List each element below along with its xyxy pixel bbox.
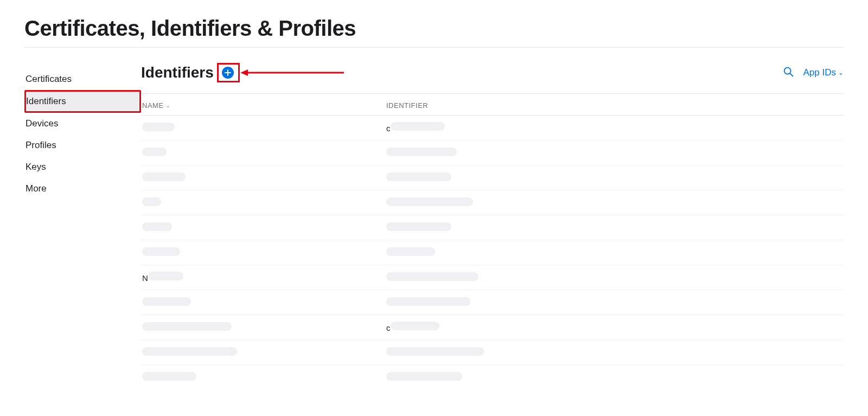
cell-name — [142, 172, 386, 183]
table-row[interactable] — [141, 240, 844, 265]
redacted-identifier — [386, 297, 470, 306]
filter-dropdown-label: App IDs — [803, 67, 836, 78]
cell-name — [142, 148, 386, 158]
redacted-name — [148, 272, 183, 280]
sidebar: Certificates Identifiers Devices Profile… — [24, 63, 141, 381]
sidebar-item-more[interactable]: More — [24, 178, 141, 200]
table-row[interactable]: N — [141, 265, 844, 290]
filter-dropdown[interactable]: App IDs ⌄ — [803, 67, 844, 78]
page-title: Certificates, Identifiers & Profiles — [24, 16, 844, 48]
cell-name — [142, 372, 386, 382]
column-header-identifier-label: IDENTIFIER — [386, 101, 428, 110]
column-header-name-label: NAME — [142, 101, 164, 110]
cell-identifier — [386, 297, 470, 308]
cell-name — [142, 322, 386, 333]
table-row[interactable] — [141, 340, 844, 365]
svg-line-3 — [790, 73, 793, 76]
cell-identifier: c — [386, 322, 439, 332]
sidebar-item-certificates[interactable]: Certificates — [24, 68, 141, 90]
cell-identifier — [386, 247, 435, 258]
redacted-identifier — [386, 148, 457, 156]
sidebar-item-identifiers[interactable]: Identifiers — [24, 90, 141, 113]
table-row[interactable] — [141, 190, 844, 215]
redacted-name — [142, 172, 186, 181]
redacted-name — [142, 197, 161, 206]
annotation-box-add — [217, 63, 240, 82]
cell-identifier — [386, 347, 484, 358]
redacted-name — [142, 347, 237, 356]
table-row[interactable] — [141, 365, 844, 381]
redacted-identifier — [386, 247, 435, 256]
cell-identifier — [386, 197, 473, 208]
redacted-identifier — [386, 372, 462, 381]
redacted-identifier — [391, 322, 439, 330]
table-row[interactable] — [141, 290, 844, 315]
redacted-identifier — [386, 197, 473, 206]
sidebar-item-devices[interactable]: Devices — [24, 113, 141, 135]
cell-name: N — [142, 272, 386, 283]
cell-identifier — [386, 148, 457, 158]
sidebar-item-keys[interactable]: Keys — [24, 156, 141, 178]
sort-chevron-icon: ⌄ — [166, 103, 171, 108]
cell-name — [142, 123, 386, 133]
cell-name — [142, 222, 386, 233]
redacted-identifier — [386, 347, 484, 356]
column-header-name[interactable]: NAME ⌄ — [142, 101, 386, 110]
cell-identifier — [386, 272, 478, 283]
cell-name — [142, 247, 386, 258]
redacted-name — [142, 247, 180, 256]
chevron-down-icon: ⌄ — [838, 69, 844, 76]
redacted-identifier — [386, 172, 451, 181]
redacted-name — [142, 372, 196, 381]
redacted-identifier — [386, 222, 451, 231]
main-panel: Identifiers — [141, 63, 844, 381]
table-row[interactable]: c — [141, 116, 844, 140]
section-title: Identifiers — [141, 64, 214, 81]
table-row[interactable] — [141, 165, 844, 190]
redacted-name — [142, 297, 191, 306]
cell-identifier — [386, 372, 462, 382]
sidebar-item-profiles[interactable]: Profiles — [24, 135, 141, 156]
cell-name — [142, 297, 386, 308]
redacted-name — [142, 148, 167, 156]
search-button[interactable] — [782, 66, 795, 79]
redacted-name — [142, 222, 172, 231]
add-identifier-button[interactable] — [222, 67, 234, 79]
table-row[interactable] — [141, 215, 844, 240]
table-body[interactable]: cNc — [141, 116, 844, 381]
redacted-name — [142, 123, 175, 131]
table-row[interactable] — [141, 140, 844, 165]
table-header-row: NAME ⌄ IDENTIFIER — [141, 94, 844, 116]
plus-icon — [225, 69, 231, 76]
cell-identifier — [386, 222, 451, 233]
redacted-name — [142, 322, 232, 331]
search-icon — [782, 66, 794, 80]
annotation-arrow-icon — [238, 65, 347, 81]
cell-identifier: c — [386, 122, 445, 133]
cell-name — [142, 197, 386, 208]
table-row[interactable]: c — [141, 315, 844, 340]
redacted-identifier — [386, 272, 478, 281]
redacted-identifier — [391, 122, 445, 131]
column-header-identifier[interactable]: IDENTIFIER — [386, 101, 428, 110]
svg-marker-1 — [240, 69, 248, 76]
cell-name — [142, 347, 386, 358]
cell-identifier — [386, 172, 451, 183]
